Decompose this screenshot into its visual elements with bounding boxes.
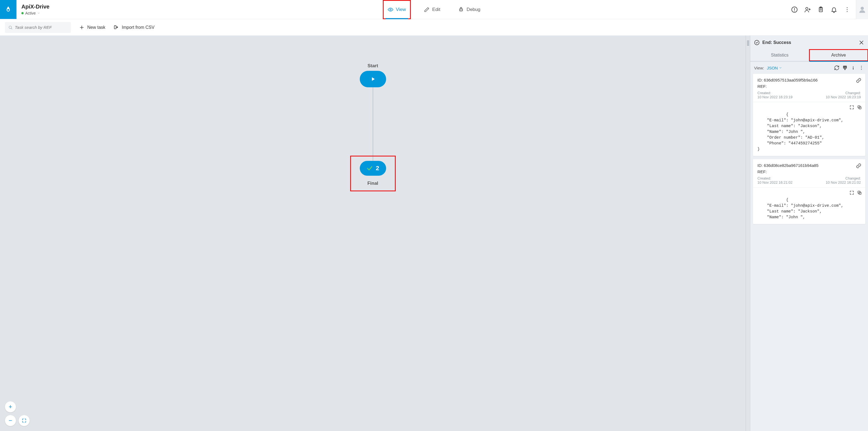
fit-view-button[interactable] (19, 415, 30, 426)
svg-point-16 (861, 7, 864, 10)
status-dropdown[interactable]: Active (22, 11, 50, 16)
start-node[interactable] (360, 71, 386, 87)
svg-point-13 (847, 7, 848, 8)
changed-value: 10 Nov 2022 16:21:02 (826, 180, 861, 184)
svg-point-32 (861, 67, 862, 68)
tab-edit[interactable]: Edit (419, 0, 445, 19)
bug-icon (458, 7, 464, 12)
close-icon[interactable] (859, 40, 864, 45)
info-icon[interactable] (850, 65, 856, 70)
top-bar: ApiX-Drive Active View Edit Debug (0, 0, 868, 19)
top-right-icons (791, 0, 856, 19)
svg-marker-22 (372, 78, 375, 81)
tab-view-label: View (396, 7, 406, 12)
svg-point-5 (795, 11, 795, 11)
brand-logo (0, 0, 17, 19)
play-icon (370, 76, 376, 82)
new-task-button[interactable]: New task (79, 25, 105, 30)
id-label: ID: (757, 78, 763, 82)
status-dot-icon (22, 12, 24, 14)
created-label: Created: (757, 176, 793, 180)
svg-point-33 (861, 69, 862, 70)
id-label: ID: (757, 163, 763, 168)
final-node-count: 2 (376, 165, 379, 172)
final-node-highlight: 2 Final (351, 156, 395, 190)
card-json: { "E-mail": "john@apix-drive.com", "Last… (753, 187, 865, 224)
panel-title: End: Success (762, 40, 791, 45)
final-node[interactable]: 2 (360, 161, 386, 176)
clipboard-icon[interactable] (817, 6, 824, 13)
view-label: View: (754, 66, 764, 70)
avatar[interactable] (856, 0, 868, 19)
tab-debug-label: Debug (467, 7, 480, 12)
chevron-down-icon (779, 66, 782, 69)
start-node-label: Start (368, 63, 378, 69)
id-value: 636d0957513aa059f5b9a166 (764, 78, 817, 82)
search-box[interactable] (5, 22, 71, 33)
import-csv-button[interactable]: Import from CSV (114, 25, 155, 30)
tab-edit-label: Edit (432, 7, 440, 12)
import-icon (114, 25, 119, 30)
tab-debug[interactable]: Debug (453, 0, 485, 19)
panel-tabs: Statistics Archive (750, 50, 868, 62)
svg-point-31 (861, 66, 862, 67)
svg-point-0 (7, 9, 9, 11)
more-vertical-icon[interactable] (859, 65, 864, 70)
svg-rect-21 (114, 26, 116, 29)
final-node-label: Final (368, 181, 378, 186)
svg-line-18 (11, 28, 12, 29)
archive-card: ID: 636d08ce82ba967161b94a85 REF: Create… (753, 159, 865, 224)
check-icon (366, 165, 373, 172)
svg-rect-2 (460, 8, 462, 11)
zoom-out-button[interactable]: − (5, 415, 16, 426)
more-vertical-icon[interactable] (844, 6, 850, 13)
created-value: 10 Nov 2022 16:23:19 (757, 95, 793, 99)
panel-tab-archive[interactable]: Archive (809, 50, 868, 61)
expand-icon[interactable] (849, 105, 854, 110)
status-label: Active (25, 11, 36, 16)
plus-icon (79, 25, 85, 30)
pencil-icon (424, 7, 430, 12)
new-task-label: New task (87, 25, 105, 30)
search-input[interactable] (15, 25, 67, 30)
panel-header: End: Success (750, 36, 868, 50)
add-user-icon[interactable] (804, 6, 811, 13)
edge (373, 87, 373, 161)
svg-point-14 (847, 9, 848, 10)
alert-icon[interactable] (791, 6, 798, 13)
export-csv-icon[interactable]: CSV (842, 65, 848, 70)
panel-toolbar: View: JSON CSV (750, 62, 868, 74)
svg-point-29 (853, 66, 854, 67)
eye-icon (388, 7, 393, 12)
tab-view[interactable]: View (383, 0, 411, 19)
panel-resize-handle[interactable] (746, 36, 750, 431)
zoom-in-button[interactable]: + (5, 401, 16, 412)
sub-bar: New task Import from CSV (0, 19, 868, 36)
view-format-dropdown[interactable]: JSON (767, 66, 782, 70)
chevron-down-icon (37, 12, 40, 14)
workflow-canvas[interactable]: Start 2 Final + − (0, 36, 746, 431)
link-icon[interactable] (856, 163, 861, 168)
refresh-icon[interactable] (834, 65, 839, 70)
canvas-controls: + − (5, 401, 30, 426)
svg-point-15 (847, 11, 848, 12)
svg-text:CSV: CSV (844, 66, 846, 68)
changed-label: Changed: (826, 91, 861, 95)
view-value: JSON (767, 66, 778, 70)
svg-point-6 (806, 7, 808, 10)
ref-label: REF: (757, 84, 767, 89)
changed-label: Changed: (826, 176, 861, 180)
link-icon[interactable] (856, 78, 861, 83)
copy-icon[interactable] (857, 105, 862, 110)
created-value: 10 Nov 2022 16:21:02 (757, 180, 793, 184)
expand-icon[interactable] (849, 190, 854, 195)
id-value: 636d08ce82ba967161b94a85 (764, 163, 818, 168)
created-label: Created: (757, 91, 793, 95)
check-circle-icon (754, 40, 760, 45)
copy-icon[interactable] (857, 190, 862, 195)
page-title: ApiX-Drive (22, 4, 50, 10)
bell-icon[interactable] (831, 6, 837, 13)
side-panel: End: Success Statistics Archive View: JS… (750, 36, 868, 431)
panel-body[interactable]: ID: 636d0957513aa059f5b9a166 REF: Create… (750, 74, 868, 431)
panel-tab-statistics[interactable]: Statistics (750, 50, 809, 61)
